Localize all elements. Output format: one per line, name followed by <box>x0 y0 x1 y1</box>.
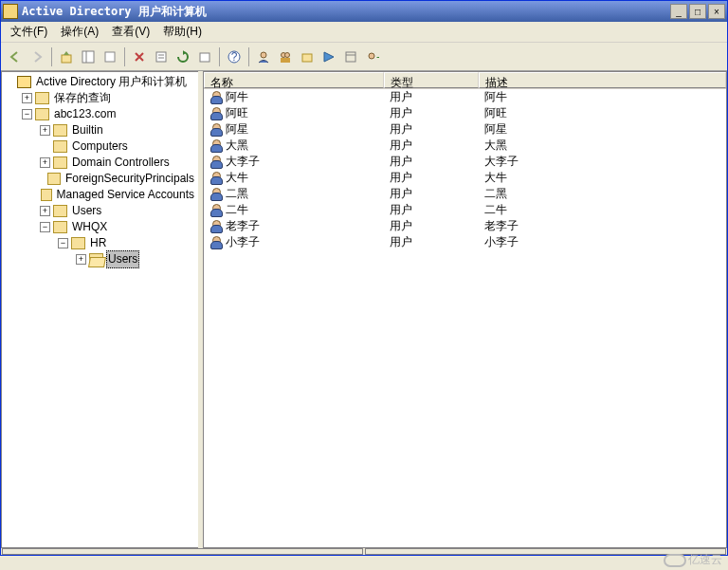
menu-help[interactable]: 帮助(H) <box>157 22 208 42</box>
new-group-button[interactable] <box>275 46 296 67</box>
tree-hr-users[interactable]: +Users <box>4 251 196 267</box>
find-button[interactable] <box>318 46 339 67</box>
collapse-icon[interactable]: − <box>22 109 32 120</box>
collapse-icon[interactable]: − <box>40 222 50 232</box>
properties-button[interactable] <box>151 46 172 67</box>
list-row[interactable]: 阿星用户阿星 <box>204 121 726 138</box>
help-button[interactable]: ? <box>224 46 245 67</box>
watermark: 亿速云 <box>664 552 722 568</box>
toolbar: ? + <box>1 43 727 71</box>
user-icon <box>209 220 223 233</box>
cut-button[interactable] <box>100 46 120 67</box>
list-row[interactable]: 阿牛用户阿牛 <box>204 89 726 105</box>
tree-domain[interactable]: −abc123.com <box>4 106 196 122</box>
expand-icon[interactable]: + <box>22 93 32 103</box>
list-row[interactable]: 大牛用户大牛 <box>204 170 726 186</box>
list-body[interactable]: 阿牛用户阿牛阿旺用户阿旺阿星用户阿星大黑用户大黑大李子用户大李子大牛用户大牛二黑… <box>204 89 726 547</box>
svg-rect-13 <box>281 58 290 63</box>
tree-msa[interactable]: Managed Service Accounts <box>4 187 196 203</box>
user-icon <box>209 188 223 201</box>
domain-icon <box>35 108 49 120</box>
show-hide-tree-button[interactable] <box>78 46 99 67</box>
filter-button[interactable] <box>340 46 361 67</box>
folder-icon <box>41 189 52 201</box>
expand-icon[interactable]: + <box>40 125 50 136</box>
list-row[interactable]: 老李子用户老李子 <box>204 218 726 234</box>
window-title: Active Directory 用户和计算机 <box>22 4 670 20</box>
new-ou-button[interactable] <box>297 46 318 67</box>
tree-computers[interactable]: Computers <box>4 138 196 155</box>
cloud-icon <box>664 554 686 567</box>
menu-action[interactable]: 操作(A) <box>55 22 104 42</box>
refresh-button[interactable] <box>173 46 193 67</box>
tree-saved-queries[interactable]: +保存的查询 <box>4 90 196 106</box>
export-button[interactable] <box>194 46 215 67</box>
up-button[interactable] <box>56 46 77 67</box>
back-button[interactable] <box>5 46 26 67</box>
cell-name: 大牛 <box>226 170 248 186</box>
menu-file[interactable]: 文件(F) <box>5 22 53 42</box>
new-user-button[interactable] <box>253 46 274 67</box>
minimize-button[interactable]: _ <box>670 4 687 19</box>
column-desc[interactable]: 描述 <box>479 72 726 88</box>
list-row[interactable]: 二黑用户二黑 <box>204 186 726 202</box>
svg-rect-7 <box>200 53 209 62</box>
column-type[interactable]: 类型 <box>384 72 479 88</box>
tree-hr[interactable]: −HR <box>4 235 196 251</box>
user-icon <box>209 204 223 217</box>
cell-name: 二黑 <box>226 186 248 202</box>
cell-type: 用户 <box>390 105 412 121</box>
expand-icon[interactable]: + <box>40 206 50 216</box>
tree-users[interactable]: +Users <box>4 203 196 219</box>
cell-desc: 大牛 <box>484 170 507 186</box>
tree-whqx[interactable]: −WHQX <box>4 219 196 235</box>
cell-name: 大黑 <box>226 138 248 154</box>
main-window: Active Directory 用户和计算机 _ □ × 文件(F) 操作(A… <box>0 0 728 556</box>
add-member-button[interactable]: + <box>362 46 383 67</box>
expand-icon[interactable]: + <box>76 254 86 265</box>
tree-fsp[interactable]: ForeignSecurityPrincipals <box>4 171 196 187</box>
list-row[interactable]: 阿旺用户阿旺 <box>204 105 726 121</box>
tree-domain-controllers[interactable]: +Domain Controllers <box>4 155 196 171</box>
svg-point-17 <box>369 53 374 59</box>
close-button[interactable]: × <box>708 4 725 19</box>
user-icon <box>209 107 223 120</box>
column-name[interactable]: 名称 <box>204 72 384 88</box>
tree-builtin[interactable]: +Builtin <box>4 122 196 138</box>
list-row[interactable]: 大李子用户大李子 <box>204 154 726 170</box>
collapse-icon[interactable]: − <box>58 238 68 248</box>
list-row[interactable]: 小李子用户小李子 <box>204 234 726 250</box>
user-icon <box>209 123 223 137</box>
menu-view[interactable]: 查看(V) <box>106 22 155 42</box>
cell-type: 用户 <box>390 170 412 186</box>
titlebar[interactable]: Active Directory 用户和计算机 _ □ × <box>1 1 727 22</box>
folder-icon <box>53 124 67 137</box>
user-icon <box>209 172 223 185</box>
ou-icon <box>71 237 85 249</box>
user-icon <box>209 156 223 169</box>
list-row[interactable]: 二牛用户二牛 <box>204 202 726 218</box>
cell-desc: 阿牛 <box>484 89 507 105</box>
svg-text:?: ? <box>231 50 238 64</box>
delete-button[interactable] <box>129 46 150 67</box>
svg-point-12 <box>285 52 290 57</box>
svg-rect-3 <box>105 52 115 62</box>
svg-point-10 <box>261 52 266 58</box>
cell-desc: 阿星 <box>484 121 507 138</box>
cell-name: 大李子 <box>226 154 260 170</box>
cell-name: 老李子 <box>226 218 260 234</box>
svg-rect-0 <box>62 55 71 63</box>
folder-icon <box>53 205 67 217</box>
tree-panel[interactable]: Active Directory 用户和计算机 +保存的查询 −abc123.c… <box>1 71 198 548</box>
maximize-button[interactable]: □ <box>689 4 706 19</box>
svg-rect-1 <box>82 51 94 63</box>
user-icon <box>209 139 223 153</box>
expand-icon[interactable]: + <box>40 157 50 168</box>
content-area: Active Directory 用户和计算机 +保存的查询 −abc123.c… <box>1 71 727 548</box>
list-row[interactable]: 大黑用户大黑 <box>204 138 726 154</box>
cell-type: 用户 <box>390 89 412 105</box>
tree-root[interactable]: Active Directory 用户和计算机 <box>4 74 196 90</box>
folder-icon <box>47 173 61 185</box>
cell-type: 用户 <box>390 154 412 170</box>
forward-button[interactable] <box>27 46 47 67</box>
